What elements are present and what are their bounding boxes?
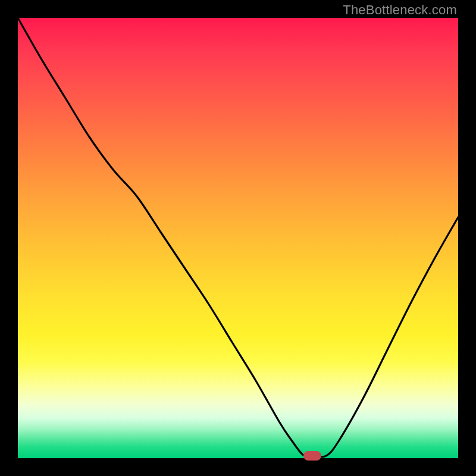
- bottleneck-curve: [18, 18, 458, 458]
- watermark-text: TheBottleneck.com: [343, 2, 457, 18]
- optimal-point-marker: [303, 451, 321, 461]
- curve-path: [18, 18, 458, 457]
- chart-frame: TheBottleneck.com: [0, 0, 476, 476]
